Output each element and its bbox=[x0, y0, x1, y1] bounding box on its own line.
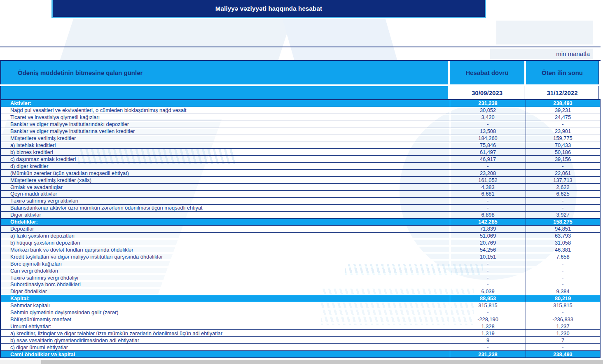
row-label: Təxirə salınmış vergi aktivləri bbox=[1, 198, 450, 204]
row-value-current: 23,208 bbox=[450, 170, 526, 176]
row-value-previous: 315,815 bbox=[526, 302, 600, 309]
row-value-previous: 158,275 bbox=[526, 219, 600, 225]
table-row: Borc qiymətli kağızları-- bbox=[1, 260, 600, 267]
table-row: Müştərilərə verilmiş kreditlər184,260159… bbox=[1, 135, 600, 142]
row-value-previous: - bbox=[526, 274, 600, 281]
table-row: Bölüşdürülməmiş mənfəət-228,190-236,833 bbox=[1, 316, 600, 323]
horizontal-scrollbar[interactable] bbox=[0, 360, 603, 364]
reporting-period-date: 30/09/2023 bbox=[450, 86, 524, 99]
row-label: Mərkəzi bank və dövlət fondları qarşısın… bbox=[1, 246, 450, 253]
row-value-previous: - bbox=[526, 260, 600, 267]
row-value-current: 231,238 bbox=[450, 100, 526, 107]
table-date-row: 30/09/2023 31/12/2022 bbox=[0, 84, 601, 100]
row-value-current: 142,285 bbox=[450, 219, 526, 225]
row-value-previous: 94,851 bbox=[526, 226, 600, 232]
row-value-current: - bbox=[450, 309, 526, 316]
row-value-previous: - bbox=[526, 267, 600, 274]
row-label: Öhdəliklər: bbox=[1, 219, 450, 225]
row-label: c) digər ümumi ehtiyatlar bbox=[1, 344, 450, 350]
table-row: Banklar və digər maliyyə institutlarına … bbox=[1, 128, 600, 135]
section-row: Kapital:88,95380,219 bbox=[1, 295, 600, 302]
row-value-current: 13,508 bbox=[450, 128, 526, 135]
row-value-current: 6,681 bbox=[450, 191, 526, 197]
row-value-previous: 70,433 bbox=[526, 142, 600, 149]
row-label: Borc qiymətli kağızları bbox=[1, 260, 450, 267]
row-value-previous: - bbox=[526, 163, 600, 169]
row-value-previous: 80,219 bbox=[526, 295, 600, 302]
table-row: Banklar və digər maliyyə institutlarında… bbox=[1, 121, 600, 128]
row-value-previous: 159,775 bbox=[526, 135, 600, 142]
table-row: Digər aktivlər6,8983,927 bbox=[1, 212, 600, 219]
row-value-previous: -236,833 bbox=[526, 316, 600, 323]
row-value-previous: - bbox=[526, 198, 600, 204]
row-value-current: 20,769 bbox=[450, 239, 526, 246]
table-row: Təxirə salınmış vergi öhdəliyi-- bbox=[1, 274, 600, 281]
row-label: Müştərilərə verilmiş kreditlər (xalis) bbox=[1, 177, 450, 183]
row-value-previous: 31,058 bbox=[526, 239, 600, 246]
scrollbar-thumb[interactable] bbox=[41, 360, 603, 364]
table-row: Digər öhdəliklər6,0399,384 bbox=[1, 288, 600, 295]
table-row: Əmlak və avadanlıqlar4,3832,622 bbox=[1, 184, 600, 191]
row-label: Səhmin qiymətinin dəyişməsindən gəlir (z… bbox=[1, 309, 450, 316]
table-row: Subordinasiya borc öhdəlikləri-- bbox=[1, 281, 600, 288]
table-row: Səhmin qiymətinin dəyişməsindən gəlir (z… bbox=[1, 309, 600, 316]
row-value-previous: 1,237 bbox=[526, 323, 600, 330]
row-value-current: - bbox=[450, 163, 526, 169]
row-value-current: 3,420 bbox=[450, 114, 526, 121]
row-value-current: - bbox=[450, 260, 526, 267]
row-label: d) digər kreditlər bbox=[1, 163, 450, 169]
row-value-current: 315,815 bbox=[450, 302, 526, 309]
financial-statement-table: min manatla Ödəniş müddətinin bitməsinə … bbox=[0, 47, 601, 358]
row-value-current: - bbox=[450, 344, 526, 350]
row-value-previous: 7,658 bbox=[526, 253, 600, 260]
row-value-current: - bbox=[450, 267, 526, 274]
table-row: a) fiziki şəxslərin depozitləri51,06963,… bbox=[1, 233, 600, 240]
table-row: d) digər kreditlər-- bbox=[1, 163, 600, 170]
row-value-current: 231,238 bbox=[450, 351, 526, 357]
row-label: Səhmdar kapitalı bbox=[1, 302, 450, 309]
row-value-current: -228,190 bbox=[450, 316, 526, 323]
row-label: a) istehlak kreditləri bbox=[1, 142, 450, 149]
row-value-current: 46,917 bbox=[450, 156, 526, 162]
table-row: (Mümkün zərərlər üçün yaradılan məqsədli… bbox=[1, 170, 600, 177]
row-value-current: 75,846 bbox=[450, 142, 526, 149]
row-label: Cəmi öhdəliklər və kapital bbox=[1, 351, 450, 357]
table-row: Qeyri-maddi aktivlər6,6816,625 bbox=[1, 191, 600, 198]
row-label: Nağd pul vəsaitləri və ekvivalentləri, o… bbox=[1, 107, 450, 114]
row-label: Təxirə salınmış vergi öhdəliyi bbox=[1, 274, 450, 281]
row-label: c) daşınmaz əmlak kreditləri bbox=[1, 156, 450, 162]
table-row: Ümumi ehtiyatlar:1,3281,237 bbox=[1, 323, 600, 330]
prior-year-end-date: 31/12/2022 bbox=[526, 86, 599, 99]
row-label: Banklar və digər maliyyə institutlarına … bbox=[1, 128, 450, 135]
table-row: Mərkəzi bank və dövlət fondları qarşısın… bbox=[1, 246, 600, 253]
row-value-current: 161,052 bbox=[450, 177, 526, 183]
row-value-previous: 63,793 bbox=[526, 233, 600, 239]
row-value-previous: 46,381 bbox=[526, 246, 600, 253]
row-value-previous: - bbox=[526, 121, 600, 128]
row-label: Digər aktivlər bbox=[1, 212, 450, 218]
row-value-previous: 39,156 bbox=[526, 156, 600, 162]
row-value-current: 51,069 bbox=[450, 233, 526, 239]
section-row: Cəmi öhdəliklər və kapital231,238238,493 bbox=[1, 351, 600, 358]
row-value-previous: 7 bbox=[526, 337, 600, 343]
row-value-previous: 22,061 bbox=[526, 170, 600, 176]
table-row: b) biznes kreditləri61,49750,186 bbox=[1, 149, 600, 156]
units-label: min manatla bbox=[556, 50, 590, 57]
row-label: Subordinasiya borc öhdəlikləri bbox=[1, 281, 450, 288]
date-row-spacer bbox=[0, 86, 448, 99]
table-row: Nağd pul vəsaitləri və ekvivalentləri, o… bbox=[1, 107, 600, 114]
row-value-current: 6,898 bbox=[450, 212, 526, 218]
row-value-previous: 24,475 bbox=[526, 114, 600, 121]
row-label: a) fiziki şəxslərin depozitləri bbox=[1, 233, 450, 239]
row-label: Kredit təşkilatları və digər maliyyə ins… bbox=[1, 253, 450, 260]
row-label: Ümumi ehtiyatlar: bbox=[1, 323, 450, 330]
row-value-previous: 6,625 bbox=[526, 191, 600, 197]
row-label: Ticarət və investisiya qiymətli kağızlar… bbox=[1, 114, 450, 121]
row-label: Cari vergi öhdəlikləri bbox=[1, 267, 450, 274]
row-value-current: 71,839 bbox=[450, 226, 526, 232]
watermark-shape bbox=[496, 21, 593, 44]
table-header-row: Ödəniş müddətinin bitməsinə qalan günlər… bbox=[0, 61, 601, 84]
table-row: c) digər ümumi ehtiyatlar-- bbox=[1, 344, 600, 351]
row-value-current: 1,319 bbox=[450, 330, 526, 336]
table-row: Cari vergi öhdəlikləri-- bbox=[1, 267, 600, 274]
